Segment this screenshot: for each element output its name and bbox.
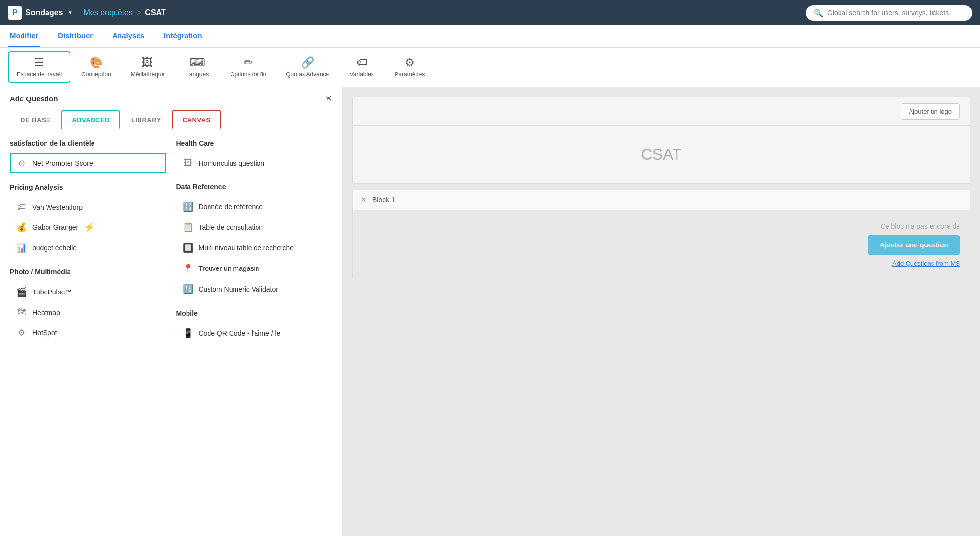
tab-advanced[interactable]: ADVANCED — [61, 110, 120, 129]
section-mobile: Mobile 📱 Code QR Code - l'aime / le — [176, 309, 333, 343]
survey-canvas: Ajouter un logo CSAT ✕ Block 1 Ce bloc n… — [343, 87, 980, 536]
tab-de-base[interactable]: DE BASE — [10, 110, 61, 129]
media-icon: 🖼 — [142, 56, 153, 69]
item-gabor-granger[interactable]: 💰 Gabor Granger ⚡ — [10, 217, 166, 238]
section-data-reference: Data Reference 🔢 Donnée de référence 📋 T… — [176, 183, 333, 299]
app-dropdown-arrow[interactable]: ▾ — [69, 9, 71, 16]
item-heatmap[interactable]: 🗺 Heatmap — [10, 302, 166, 322]
numeric-icon: 🔢 — [182, 284, 194, 294]
breadcrumb-separator: > — [137, 8, 141, 17]
breadcrumb-current: CSAT — [145, 8, 165, 17]
item-multi-niveau[interactable]: 🔲 Multi niveau table de recherche — [176, 238, 333, 258]
toolbar-conception[interactable]: 🎨 Conception — [72, 51, 120, 83]
toolbar-quotas[interactable]: 🔗 Quotas Advance — [277, 51, 338, 83]
block-collapse-icon[interactable]: ✕ — [361, 196, 367, 204]
item-qr-code[interactable]: 📱 Code QR Code - l'aime / le — [176, 323, 333, 343]
settings-icon: ⚙ — [405, 56, 415, 69]
toolbar-label-parametres: Paramètres — [395, 71, 425, 78]
section-healthcare: Health Care 🖼 Homunculus question — [176, 139, 333, 173]
multi-icon: 🔲 — [182, 243, 194, 253]
toolbar-label-quotas: Quotas Advance — [286, 71, 329, 78]
breadcrumb-parent[interactable]: Mes enquêtes — [83, 8, 133, 17]
item-donnee-reference[interactable]: 🔢 Donnée de référence — [176, 196, 333, 217]
add-question-tabs: DE BASE ADVANCED LIBRARY CANVAS — [0, 110, 342, 129]
item-van-westendorp[interactable]: 🏷 Van Westendorp — [10, 197, 166, 217]
hotspot-icon: ⚙ — [16, 327, 27, 338]
item-hotspot[interactable]: ⚙ HotSpot — [10, 322, 166, 343]
section-satisfaction: satisfaction de la clientèle ⊙ Net Promo… — [10, 139, 166, 173]
multi-label: Multi niveau table de recherche — [199, 244, 294, 252]
toolbar-label-options-fin: Options de fin — [230, 71, 266, 78]
toolbar: ☰ Espace de travail 🎨 Conception 🖼 Média… — [0, 48, 980, 87]
toolbar-label-conception: Conception — [81, 71, 111, 78]
tab-canvas[interactable]: CANVAS — [172, 110, 221, 129]
toolbar-mediatheque[interactable]: 🖼 Médiathèque — [122, 51, 173, 83]
item-custom-numeric[interactable]: 🔢 Custom Numeric Validator — [176, 279, 333, 299]
toolbar-variables[interactable]: 🏷 Variables — [340, 51, 384, 83]
toolbar-label-workspace: Espace de travail — [17, 71, 62, 78]
subnav-analyses[interactable]: Analyses — [110, 25, 146, 47]
close-button[interactable]: ✕ — [325, 93, 332, 104]
tab-library[interactable]: LIBRARY — [120, 110, 172, 129]
add-question-header: Add Question ✕ — [0, 87, 342, 110]
heatmap-label: Heatmap — [32, 309, 60, 317]
logo-letter: P — [8, 6, 22, 20]
item-net-promoter-score[interactable]: ⊙ Net Promoter Score — [10, 153, 166, 173]
donnee-label: Donnée de référence — [199, 203, 263, 211]
global-search[interactable]: 🔍 — [806, 5, 972, 21]
subnav-integration[interactable]: Intégration — [162, 25, 204, 47]
app-name: Sondages — [25, 8, 63, 17]
gabor-icon: 💰 — [16, 222, 27, 233]
sub-nav: Modifier Distribuer Analyses Intégration — [0, 25, 980, 48]
item-homunculus[interactable]: 🖼 Homunculus question — [176, 153, 333, 173]
budget-icon: 📊 — [16, 243, 27, 253]
subnav-distribuer[interactable]: Distribuer — [56, 25, 94, 47]
table-icon: 📋 — [182, 222, 194, 233]
add-question-title: Add Question — [10, 95, 58, 103]
table-label: Table de consultation — [199, 223, 263, 231]
toolbar-parametres[interactable]: ⚙ Paramètres — [386, 51, 434, 83]
item-budget-echelle[interactable]: 📊 budget échelle — [10, 238, 166, 258]
variables-icon: 🏷 — [356, 56, 367, 69]
add-logo-button[interactable]: Ajouter un logo — [901, 103, 960, 120]
toolbar-label-mediatheque: Médiathèque — [131, 71, 164, 78]
qr-label: Code QR Code - l'aime / le — [199, 329, 280, 337]
main-area: Add Question ✕ DE BASE ADVANCED LIBRARY … — [0, 87, 980, 536]
qr-icon: 📱 — [182, 328, 194, 339]
section-title-healthcare: Health Care — [176, 139, 333, 147]
app-logo[interactable]: P Sondages ▾ — [8, 6, 71, 20]
heatmap-icon: 🗺 — [16, 307, 27, 317]
add-from-ms-link[interactable]: Add Questions from MS — [892, 260, 960, 267]
section-title-data-ref: Data Reference — [176, 183, 333, 191]
tube-icon: 🎬 — [16, 287, 27, 297]
item-table-consultation[interactable]: 📋 Table de consultation — [176, 217, 333, 238]
item-tubepulse[interactable]: 🎬 TubePulse™ — [10, 282, 166, 302]
survey-title: CSAT — [363, 146, 960, 164]
budget-label: budget échelle — [32, 244, 77, 252]
left-column: satisfaction de la clientèle ⊙ Net Promo… — [10, 139, 166, 353]
numeric-label: Custom Numeric Validator — [199, 285, 278, 293]
add-question-panel: Add Question ✕ DE BASE ADVANCED LIBRARY … — [0, 87, 343, 536]
section-photo: Photo / Multimédia 🎬 TubePulse™ 🗺 Heatma… — [10, 268, 166, 343]
subnav-modifier[interactable]: Modifier — [8, 25, 40, 47]
language-icon: ⌨ — [189, 56, 205, 69]
block-header: ✕ Block 1 — [353, 190, 970, 210]
nps-icon: ⊙ — [16, 158, 27, 169]
end-options-icon: ✏ — [244, 56, 253, 69]
section-title-photo: Photo / Multimédia — [10, 268, 166, 276]
van-icon: 🏷 — [16, 202, 27, 212]
survey-title-area: CSAT — [352, 126, 970, 184]
search-input[interactable] — [827, 9, 964, 17]
nps-label: Net Promoter Score — [32, 159, 93, 167]
add-question-button[interactable]: Ajouter une question — [868, 235, 960, 255]
section-title-mobile: Mobile — [176, 309, 333, 317]
tube-label: TubePulse™ — [32, 288, 71, 296]
toolbar-options-fin[interactable]: ✏ Options de fin — [221, 51, 275, 83]
toolbar-langues[interactable]: ⌨ Langues — [175, 51, 219, 83]
toolbar-espace-de-travail[interactable]: ☰ Espace de travail — [8, 51, 70, 83]
homunculus-icon: 🖼 — [182, 158, 194, 168]
toolbar-label-langues: Langues — [186, 71, 209, 78]
add-question-content: satisfaction de la clientèle ⊙ Net Promo… — [0, 129, 342, 363]
item-trouver-magasin[interactable]: 📍 Trouver un magasin — [176, 258, 333, 279]
block-container: ✕ Block 1 Ce bloc n'a pas encore de Ajou… — [352, 190, 970, 279]
